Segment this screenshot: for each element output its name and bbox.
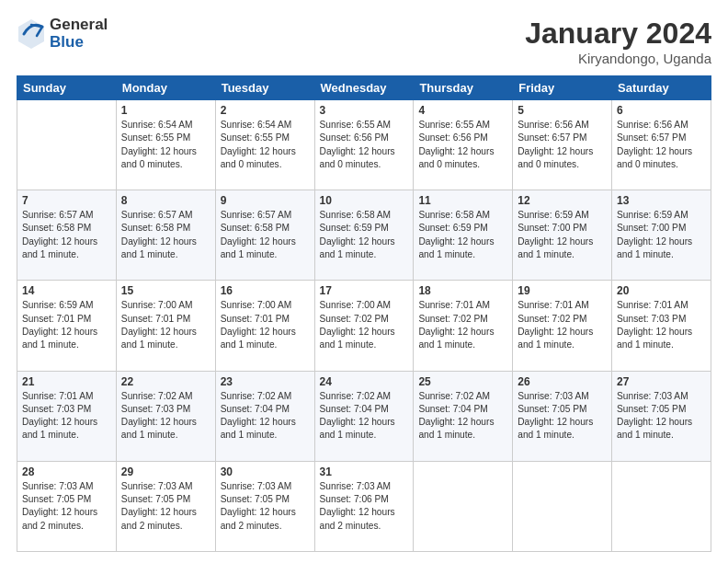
day-number: 19 <box>518 284 607 297</box>
header-thursday: Thursday <box>414 76 513 100</box>
header-wednesday: Wednesday <box>314 76 414 100</box>
calendar-week-row: 14Sunrise: 6:59 AMSunset: 7:01 PMDayligh… <box>17 281 711 371</box>
day-number: 13 <box>617 194 706 207</box>
day-number: 22 <box>121 375 210 388</box>
day-number: 28 <box>22 465 111 478</box>
calendar-week-row: 21Sunrise: 7:01 AMSunset: 7:03 PMDayligh… <box>17 371 711 461</box>
cell-info: Sunrise: 7:03 AMSunset: 7:05 PMDaylight:… <box>617 390 706 442</box>
day-number: 23 <box>221 375 310 388</box>
cell-info: Sunrise: 7:03 AMSunset: 7:05 PMDaylight:… <box>221 480 310 533</box>
table-row: 5Sunrise: 6:56 AMSunset: 6:57 PMDaylight… <box>513 100 612 190</box>
header-tuesday: Tuesday <box>215 76 314 100</box>
cell-info: Sunrise: 6:54 AMSunset: 6:55 PMDaylight:… <box>221 119 310 171</box>
cell-info: Sunrise: 6:55 AMSunset: 6:56 PMDaylight:… <box>320 119 409 171</box>
cell-info: Sunrise: 7:00 AMSunset: 7:01 PMDaylight:… <box>221 299 310 351</box>
cell-info: Sunrise: 6:56 AMSunset: 6:57 PMDaylight:… <box>617 119 706 171</box>
logo-icon <box>17 17 46 51</box>
cell-info: Sunrise: 7:01 AMSunset: 7:03 PMDaylight:… <box>617 299 706 351</box>
day-number: 21 <box>22 375 111 388</box>
table-row: 19Sunrise: 7:01 AMSunset: 7:02 PMDayligh… <box>513 281 612 371</box>
day-number: 14 <box>22 284 111 297</box>
cell-info: Sunrise: 7:00 AMSunset: 7:02 PMDaylight:… <box>320 299 409 351</box>
day-number: 11 <box>418 194 507 207</box>
header-saturday: Saturday <box>612 76 711 100</box>
header-monday: Monday <box>116 76 215 100</box>
table-row: 2Sunrise: 6:54 AMSunset: 6:55 PMDaylight… <box>215 100 314 190</box>
table-row: 3Sunrise: 6:55 AMSunset: 6:56 PMDaylight… <box>314 100 414 190</box>
cell-info: Sunrise: 6:59 AMSunset: 7:00 PMDaylight:… <box>518 209 607 261</box>
table-row: 11Sunrise: 6:58 AMSunset: 6:59 PMDayligh… <box>414 190 513 281</box>
cell-info: Sunrise: 7:03 AMSunset: 7:05 PMDaylight:… <box>121 480 210 533</box>
cell-info: Sunrise: 6:58 AMSunset: 6:59 PMDaylight:… <box>418 209 507 261</box>
cell-info: Sunrise: 7:02 AMSunset: 7:04 PMDaylight:… <box>221 390 310 442</box>
table-row: 12Sunrise: 6:59 AMSunset: 7:00 PMDayligh… <box>513 190 612 281</box>
table-row: 16Sunrise: 7:00 AMSunset: 7:01 PMDayligh… <box>215 281 314 371</box>
table-row: 15Sunrise: 7:00 AMSunset: 7:01 PMDayligh… <box>116 281 215 371</box>
day-number: 4 <box>418 104 507 117</box>
location: Kiryandongo, Uganda <box>525 51 711 66</box>
cell-info: Sunrise: 6:54 AMSunset: 6:55 PMDaylight:… <box>121 119 210 171</box>
day-number: 24 <box>320 375 409 388</box>
day-number: 17 <box>320 284 409 297</box>
day-number: 3 <box>320 104 409 117</box>
day-number: 18 <box>418 284 507 297</box>
table-row: 6Sunrise: 6:56 AMSunset: 6:57 PMDaylight… <box>612 100 711 190</box>
cell-info: Sunrise: 6:57 AMSunset: 6:58 PMDaylight:… <box>22 209 111 261</box>
day-number: 9 <box>221 194 310 207</box>
table-row: 14Sunrise: 6:59 AMSunset: 7:01 PMDayligh… <box>17 281 117 371</box>
logo-text: General Blue <box>50 17 108 51</box>
cell-info: Sunrise: 6:59 AMSunset: 7:01 PMDaylight:… <box>22 299 111 351</box>
table-row: 22Sunrise: 7:02 AMSunset: 7:03 PMDayligh… <box>116 371 215 461</box>
table-row: 1Sunrise: 6:54 AMSunset: 6:55 PMDaylight… <box>116 100 215 190</box>
weekday-header-row: Sunday Monday Tuesday Wednesday Thursday… <box>17 76 711 100</box>
cell-info: Sunrise: 7:03 AMSunset: 7:05 PMDaylight:… <box>518 390 607 442</box>
day-number: 29 <box>121 465 210 478</box>
table-row: 4Sunrise: 6:55 AMSunset: 6:56 PMDaylight… <box>414 100 513 190</box>
table-row <box>17 100 117 190</box>
cell-info: Sunrise: 6:55 AMSunset: 6:56 PMDaylight:… <box>418 119 507 171</box>
page: General Blue January 2024 Kiryandongo, U… <box>0 0 728 563</box>
table-row: 21Sunrise: 7:01 AMSunset: 7:03 PMDayligh… <box>17 371 117 461</box>
day-number: 16 <box>221 284 310 297</box>
month-title: January 2024 <box>525 17 711 51</box>
table-row: 29Sunrise: 7:03 AMSunset: 7:05 PMDayligh… <box>116 461 215 551</box>
header-friday: Friday <box>513 76 612 100</box>
cell-info: Sunrise: 6:58 AMSunset: 6:59 PMDaylight:… <box>320 209 409 261</box>
cell-info: Sunrise: 7:03 AMSunset: 7:06 PMDaylight:… <box>320 480 409 533</box>
header-sunday: Sunday <box>17 76 117 100</box>
day-number: 15 <box>121 284 210 297</box>
table-row: 9Sunrise: 6:57 AMSunset: 6:58 PMDaylight… <box>215 190 314 281</box>
table-row: 27Sunrise: 7:03 AMSunset: 7:05 PMDayligh… <box>612 371 711 461</box>
cell-info: Sunrise: 7:02 AMSunset: 7:04 PMDaylight:… <box>320 390 409 442</box>
cell-info: Sunrise: 7:02 AMSunset: 7:04 PMDaylight:… <box>418 390 507 442</box>
day-number: 8 <box>121 194 210 207</box>
table-row: 23Sunrise: 7:02 AMSunset: 7:04 PMDayligh… <box>215 371 314 461</box>
day-number: 5 <box>518 104 607 117</box>
table-row: 17Sunrise: 7:00 AMSunset: 7:02 PMDayligh… <box>314 281 414 371</box>
day-number: 2 <box>221 104 310 117</box>
logo: General Blue <box>17 17 108 51</box>
logo-general-text: General <box>50 17 108 34</box>
day-number: 10 <box>320 194 409 207</box>
cell-info: Sunrise: 7:00 AMSunset: 7:01 PMDaylight:… <box>121 299 210 351</box>
table-row: 28Sunrise: 7:03 AMSunset: 7:05 PMDayligh… <box>17 461 117 551</box>
table-row: 31Sunrise: 7:03 AMSunset: 7:06 PMDayligh… <box>314 461 414 551</box>
table-row: 18Sunrise: 7:01 AMSunset: 7:02 PMDayligh… <box>414 281 513 371</box>
table-row <box>513 461 612 551</box>
cell-info: Sunrise: 7:01 AMSunset: 7:02 PMDaylight:… <box>418 299 507 351</box>
table-row <box>414 461 513 551</box>
calendar-week-row: 28Sunrise: 7:03 AMSunset: 7:05 PMDayligh… <box>17 461 711 551</box>
cell-info: Sunrise: 6:57 AMSunset: 6:58 PMDaylight:… <box>221 209 310 261</box>
day-number: 27 <box>617 375 706 388</box>
title-area: January 2024 Kiryandongo, Uganda <box>525 17 711 66</box>
table-row <box>612 461 711 551</box>
header: General Blue January 2024 Kiryandongo, U… <box>17 17 711 66</box>
day-number: 26 <box>518 375 607 388</box>
table-row: 8Sunrise: 6:57 AMSunset: 6:58 PMDaylight… <box>116 190 215 281</box>
day-number: 31 <box>320 465 409 478</box>
cell-info: Sunrise: 6:56 AMSunset: 6:57 PMDaylight:… <box>518 119 607 171</box>
cell-info: Sunrise: 6:57 AMSunset: 6:58 PMDaylight:… <box>121 209 210 261</box>
table-row: 10Sunrise: 6:58 AMSunset: 6:59 PMDayligh… <box>314 190 414 281</box>
cell-info: Sunrise: 6:59 AMSunset: 7:00 PMDaylight:… <box>617 209 706 261</box>
table-row: 26Sunrise: 7:03 AMSunset: 7:05 PMDayligh… <box>513 371 612 461</box>
